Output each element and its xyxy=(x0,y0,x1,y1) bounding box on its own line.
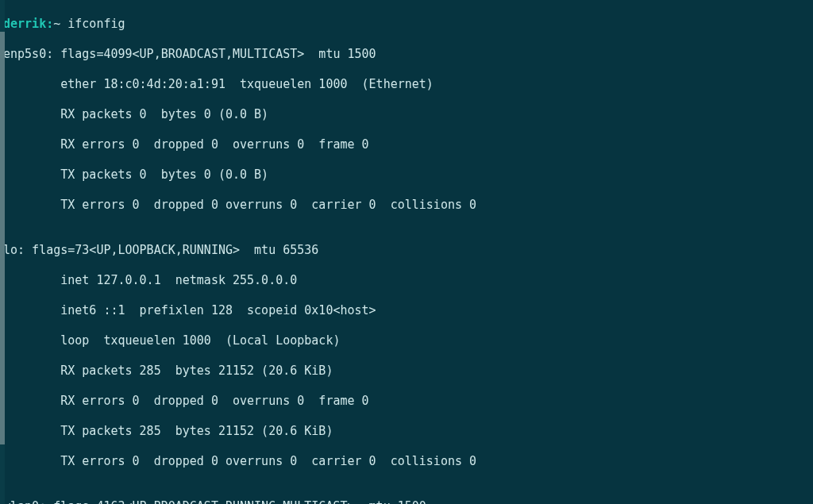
output-line: inet 127.0.0.1 netmask 255.0.0.0 xyxy=(3,273,810,288)
prompt-path: ~ xyxy=(53,17,60,31)
output-line: lo: flags=73<UP,LOOPBACK,RUNNING> mtu 65… xyxy=(3,243,810,258)
output-line: ether 18:c0:4d:20:a1:91 txqueuelen 1000 … xyxy=(3,77,810,92)
output-line: RX packets 285 bytes 21152 (20.6 KiB) xyxy=(3,364,810,379)
output-line: inet6 ::1 prefixlen 128 scopeid 0x10<hos… xyxy=(3,303,810,318)
output-line: loop txqueuelen 1000 (Local Loopback) xyxy=(3,333,810,348)
prompt-user: derrik xyxy=(3,17,46,31)
terminal-viewport[interactable]: derrik:~ ifconfig enp5s0: flags=4099<UP,… xyxy=(0,0,813,504)
prompt-line-1: derrik:~ ifconfig xyxy=(3,17,810,32)
prompt-sep: : xyxy=(46,17,53,31)
output-line: RX errors 0 dropped 0 overruns 0 frame 0 xyxy=(3,137,810,152)
output-line: TX errors 0 dropped 0 overruns 0 carrier… xyxy=(3,198,810,213)
terminal-scrollbar[interactable] xyxy=(0,0,5,504)
output-line: TX errors 0 dropped 0 overruns 0 carrier… xyxy=(3,454,810,469)
output-line: enp5s0: flags=4099<UP,BROADCAST,MULTICAS… xyxy=(3,47,810,62)
output-line: TX packets 0 bytes 0 (0.0 B) xyxy=(3,167,810,183)
output-line: wlan0: flags=4163<UP,BROADCAST,RUNNING,M… xyxy=(3,499,810,504)
command-text: ifconfig xyxy=(67,17,125,31)
scrollbar-thumb[interactable] xyxy=(0,32,5,444)
output-line: RX packets 0 bytes 0 (0.0 B) xyxy=(3,107,810,122)
output-line: RX errors 0 dropped 0 overruns 0 frame 0 xyxy=(3,394,810,409)
output-line: TX packets 285 bytes 21152 (20.6 KiB) xyxy=(3,424,810,439)
